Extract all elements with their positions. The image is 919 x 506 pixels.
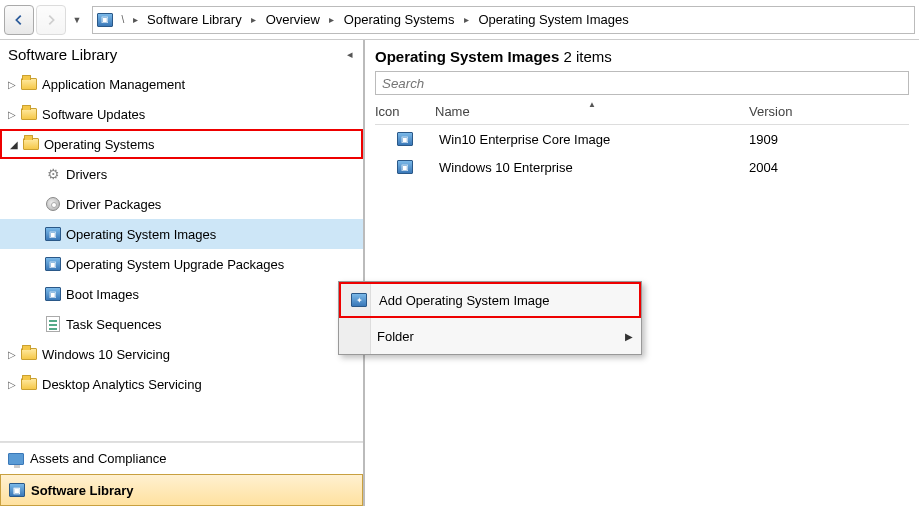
breadcrumb-root-icon[interactable]: ▣: [93, 13, 117, 27]
console-window: ▼ ▣ \ ▸ Software Library ▸ Overview ▸ Op…: [0, 0, 919, 506]
breadcrumb-segment[interactable]: Operating Systems: [338, 7, 461, 33]
breadcrumb-segment[interactable]: Overview: [260, 7, 326, 33]
cell-version: 1909: [749, 132, 909, 147]
submenu-arrow-icon: ▶: [625, 331, 633, 342]
column-header-version[interactable]: Version: [749, 104, 909, 119]
breadcrumb-separator-icon: \: [117, 14, 129, 25]
chevron-right-icon[interactable]: ▸: [129, 14, 141, 25]
search-bar: [365, 69, 919, 99]
workspace-switcher: Assets and Compliance▣Software Library: [0, 441, 363, 506]
tree-item-application-management[interactable]: ▷Application Management: [0, 69, 363, 99]
tree-item-operating-system-images[interactable]: ▣Operating System Images: [0, 219, 363, 249]
tree-item-boot-images[interactable]: ▣Boot Images: [0, 279, 363, 309]
folder-icon: [20, 75, 38, 93]
tree-item-label: Operating System Images: [66, 227, 216, 242]
tree-item-software-updates[interactable]: ▷Software Updates: [0, 99, 363, 129]
tree-item-label: Application Management: [42, 77, 185, 92]
context-menu: ✦ Add Operating System Image Folder ▶: [338, 281, 642, 355]
expander-none: [28, 166, 44, 182]
nav-tree: ▷Application Management▷Software Updates…: [0, 67, 363, 441]
table-row[interactable]: ▣Windows 10 Enterprise2004: [375, 153, 909, 181]
tree-item-label: Operating Systems: [44, 137, 155, 152]
folder-icon: [20, 105, 38, 123]
column-header-name[interactable]: ▲ Name: [435, 104, 749, 119]
tree-item-operating-systems[interactable]: ◢Operating Systems: [0, 129, 363, 159]
menu-item-label: Add Operating System Image: [379, 293, 631, 308]
arrow-right-icon: [44, 13, 58, 27]
tree-item-label: Driver Packages: [66, 197, 161, 212]
back-button[interactable]: [4, 5, 34, 35]
workspace-label: Assets and Compliance: [30, 451, 167, 466]
main-area: » Software Library ◂ ▷Application Manage…: [0, 40, 919, 506]
expander-none: [28, 226, 44, 242]
expander-open-icon[interactable]: ◢: [6, 136, 22, 152]
tree-item-label: Task Sequences: [66, 317, 161, 332]
sidebar-title: Software Library: [8, 46, 117, 63]
gear-icon: ⚙: [44, 165, 62, 183]
expander-closed-icon[interactable]: ▷: [4, 376, 20, 392]
arrow-left-icon: [12, 13, 26, 27]
cell-name: Win10 Enterprise Core Image: [435, 132, 749, 147]
breadcrumb-bar: ▣ \ ▸ Software Library ▸ Overview ▸ Oper…: [92, 6, 915, 34]
breadcrumb-segment[interactable]: Software Library: [141, 7, 248, 33]
search-input[interactable]: [375, 71, 909, 95]
column-header-row: Icon ▲ Name Version: [375, 99, 909, 125]
folder-icon: [22, 135, 40, 153]
tree-item-label: Boot Images: [66, 287, 139, 302]
menu-item-label: Folder: [377, 329, 615, 344]
cell-name: Windows 10 Enterprise: [435, 160, 749, 175]
chevron-right-icon[interactable]: ▸: [460, 14, 472, 25]
workspace-software-library[interactable]: ▣Software Library: [0, 474, 363, 506]
tree-item-label: Drivers: [66, 167, 107, 182]
chevron-down-icon: ▼: [73, 15, 82, 25]
tree-item-label: Desktop Analytics Servicing: [42, 377, 202, 392]
table-row[interactable]: ▣Win10 Enterprise Core Image1909: [375, 125, 909, 153]
expander-none: [28, 196, 44, 212]
chevron-right-icon[interactable]: ▸: [248, 14, 260, 25]
os-image-icon: ▣: [375, 132, 435, 146]
osimage-icon: ▣: [44, 255, 62, 273]
os-image-icon: ▣: [375, 160, 435, 174]
folder-icon: [20, 345, 38, 363]
workspace-assets-and-compliance[interactable]: Assets and Compliance: [0, 442, 363, 474]
tree-item-task-sequences[interactable]: Task Sequences: [0, 309, 363, 339]
osimage-icon: ▣: [44, 285, 62, 303]
sort-ascending-icon: ▲: [588, 100, 596, 109]
expander-none: [28, 256, 44, 272]
folder-icon: [20, 375, 38, 393]
content-header: Operating System Images 2 items: [365, 40, 919, 69]
tree-item-desktop-analytics-servicing[interactable]: ▷Desktop Analytics Servicing: [0, 369, 363, 399]
tree-item-drivers[interactable]: ⚙Drivers: [0, 159, 363, 189]
assets-compliance-icon: [8, 453, 24, 465]
expander-none: [28, 286, 44, 302]
expander-closed-icon[interactable]: ▷: [4, 76, 20, 92]
sequence-icon: [44, 315, 62, 333]
os-image-add-icon: ✦: [349, 290, 369, 310]
tree-item-label: Operating System Upgrade Packages: [66, 257, 284, 272]
column-header-icon[interactable]: Icon: [375, 104, 435, 119]
navigation-bar: ▼ ▣ \ ▸ Software Library ▸ Overview ▸ Op…: [0, 0, 919, 40]
forward-button[interactable]: [36, 5, 66, 35]
navigation-pane: Software Library ◂ ▷Application Manageme…: [0, 40, 365, 506]
expander-closed-icon[interactable]: ▷: [4, 346, 20, 362]
breadcrumb-segment[interactable]: Operating System Images: [472, 7, 634, 33]
spacer-icon: [347, 326, 367, 346]
content-pane: Operating System Images 2 items Icon ▲ N…: [365, 40, 919, 506]
workspace-label: Software Library: [31, 483, 134, 498]
tree-item-label: Software Updates: [42, 107, 145, 122]
cell-version: 2004: [749, 160, 909, 175]
tree-item-windows-10-servicing[interactable]: ▷Windows 10 Servicing: [0, 339, 363, 369]
chevron-right-icon[interactable]: ▸: [326, 14, 338, 25]
tree-item-label: Windows 10 Servicing: [42, 347, 170, 362]
software-library-icon: ▣: [9, 483, 25, 497]
menu-item-folder[interactable]: Folder ▶: [339, 318, 641, 354]
expander-closed-icon[interactable]: ▷: [4, 106, 20, 122]
disc-icon: [44, 195, 62, 213]
expander-none: [28, 316, 44, 332]
tree-item-driver-packages[interactable]: Driver Packages: [0, 189, 363, 219]
menu-item-add-os-image[interactable]: ✦ Add Operating System Image: [339, 282, 641, 318]
history-dropdown[interactable]: ▼: [68, 5, 86, 35]
collapse-pane-icon[interactable]: ◂: [347, 48, 353, 61]
tree-item-operating-system-upgrade-packages[interactable]: ▣Operating System Upgrade Packages: [0, 249, 363, 279]
osimage-icon: ▣: [44, 225, 62, 243]
